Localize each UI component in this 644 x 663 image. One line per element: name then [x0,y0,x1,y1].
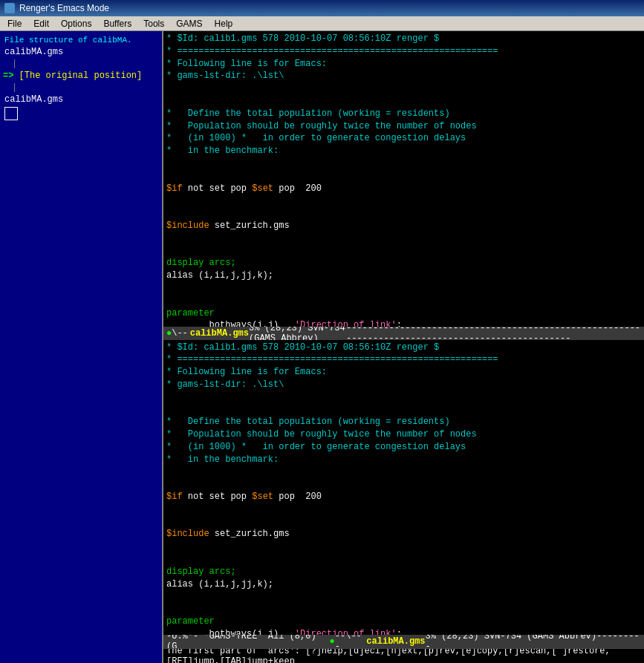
bottom-editor-pane: * $Id: calib1.gms 578 2010-10-07 08:56:1… [163,340,644,636]
sidebar-header: File structure of calibMA. [0,34,162,46]
status-percent-top: 3% (28,23) SVN-734 (GAMS Abbrev) [249,327,346,340]
bottom-code-content[interactable]: * $Id: calib1.gms 578 2010-10-07 08:56:1… [163,340,644,636]
sidebar-file-2[interactable]: calibMA.gms [0,94,162,105]
menu-gams[interactable]: GAMS [170,16,208,30]
editor-area: * $Id: calib1.gms 578 2010-10-07 08:56:1… [163,31,644,663]
menu-options[interactable]: Options [55,16,97,30]
status-dashes-bottom: --\--- [335,635,367,648]
menu-bar: File Edit Options Buffers Tools GAMS Hel… [0,16,644,31]
status-dot-top: ● [166,328,172,339]
file-tree-sidebar: File structure of calibMA. calibMA.gms |… [0,31,163,663]
status-percent-bottom: 3% (28,23) SVN-734 (GAMS Abbrev)--------… [426,635,641,648]
sidebar-box [4,107,18,120]
top-code-content[interactable]: * $Id: calib1.gms 578 2010-10-07 08:56:1… [163,31,644,327]
sidebar-original-pos: => [The original position] [0,70,162,82]
top-editor-pane: * $Id: calib1.gms 578 2010-10-07 08:56:1… [163,31,644,327]
menu-tools[interactable]: Tools [137,16,170,30]
tree-line-1: | [0,58,162,70]
title-text: Renger's Emacs Mode [19,3,109,13]
status-dashes-top: --\--- [172,327,190,340]
status-dot-bottom: ● [330,636,335,647]
status-filename-top: calibMA.gms [190,328,249,339]
menu-edit[interactable]: Edit [27,16,55,30]
menu-help[interactable]: Help [209,16,239,30]
status-filename-bottom: calibMA.gms [366,636,425,647]
tree-line-2: | [0,82,162,94]
status-bottom-left: -U:%*- *GAMS-TREE* All (8,0) (G [166,635,330,648]
status-rest-top: ----------------------------------------… [346,327,641,340]
echo-area: The first part of `arcs': [?]help,[d]ecl… [163,648,644,663]
menu-buffers[interactable]: Buffers [97,16,137,30]
main-area: File structure of calibMA. calibMA.gms |… [0,31,644,663]
echo-text: The first part of `arcs': [?]help,[d]ecl… [166,648,641,663]
status-bar-top: ● --\--- calibMA.gms 3% (28,23) SVN-734 … [163,327,644,340]
title-bar: Renger's Emacs Mode [0,0,644,16]
menu-file[interactable]: File [1,16,27,30]
sidebar-file-1[interactable]: calibMA.gms [0,46,162,58]
status-bar-bottom: -U:%*- *GAMS-TREE* All (8,0) (G ● --\---… [163,635,644,648]
original-position-label: [The original position] [19,71,143,81]
arrow-icon: => [3,71,19,81]
app-icon [4,3,15,13]
